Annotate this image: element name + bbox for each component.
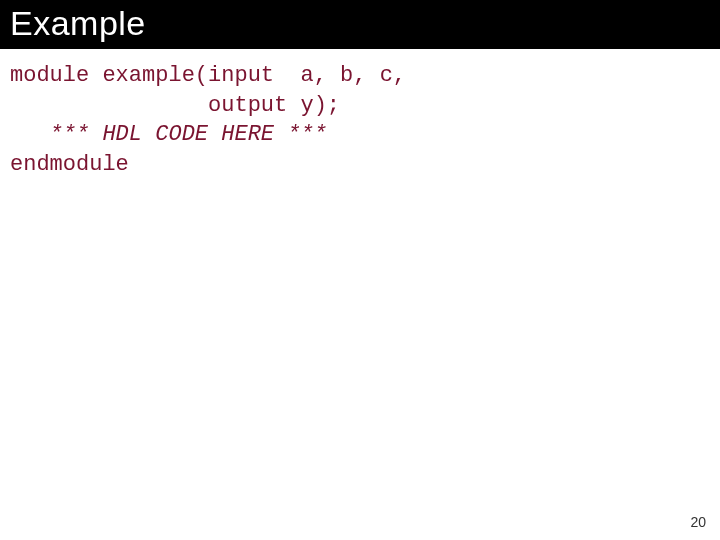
slide-title: Example bbox=[10, 4, 710, 43]
code-line-2: output y); bbox=[10, 91, 710, 121]
page-number: 20 bbox=[690, 514, 706, 530]
code-block: module example(input a, b, c, output y);… bbox=[0, 49, 720, 180]
title-bar: Example bbox=[0, 0, 720, 49]
code-line-4: endmodule bbox=[10, 150, 710, 180]
code-line-3: *** HDL CODE HERE *** bbox=[10, 120, 710, 150]
slide: Example module example(input a, b, c, ou… bbox=[0, 0, 720, 540]
code-line-1: module example(input a, b, c, bbox=[10, 61, 710, 91]
